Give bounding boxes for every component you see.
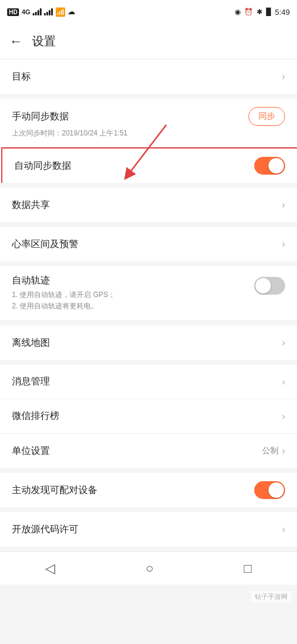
auto-sync-label: 自动同步数据 [14,160,71,172]
sync-button[interactable]: 同步 [248,107,285,126]
message-manage-label: 消息管理 [12,375,50,388]
offline-map-group: 离线地图 › [0,326,297,360]
signal-bar-4 [40,8,42,15]
auto-track-item[interactable]: 自动轨迹 1. 使用自动轨迹，请开启 GPS； 2. 使用自动轨迹将更耗电。 [0,266,297,321]
message-manage-item[interactable]: 消息管理 › [0,365,297,399]
wechat-rank-chevron-icon: › [282,411,285,422]
back-button[interactable]: ← [10,35,23,48]
heart-rate-chevron-icon: › [282,239,285,250]
status-bar: HD 4G 📶 ☁ ◉ ⏰ ✱ ▉ 5:49 [0,0,297,24]
data-sharing-group: 数据共享 › [0,188,297,222]
data-sharing-item[interactable]: 数据共享 › [0,188,297,222]
pair-device-item[interactable]: 主动发现可配对设备 [0,473,297,507]
unit-setting-right: 公制 › [262,446,285,456]
pair-device-label: 主动发现可配对设备 [12,484,97,497]
auto-track-group: 自动轨迹 1. 使用自动轨迹，请开启 GPS； 2. 使用自动轨迹将更耗电。 [0,266,297,321]
misc-group: 消息管理 › 微信排行榜 › 单位设置 公制 › [0,365,297,468]
open-source-label: 开放源代码许可 [12,523,78,536]
auto-track-label: 自动轨迹 [12,274,115,287]
unit-setting-item[interactable]: 单位设置 公制 › [0,434,297,468]
pair-device-group: 主动发现可配对设备 [0,473,297,507]
header: ← 设置 [0,24,297,59]
settings-list: 目标 › 手动同步数据 同步 上次同步时间：2019/10/24 上午1:51 … [0,59,297,547]
wifi-icon: 📶 [55,7,65,17]
signal-bar-6 [46,12,48,15]
target-group: 目标 › [0,59,297,94]
open-source-item[interactable]: 开放源代码许可 › [0,512,297,547]
open-source-group: 开放源代码许可 › [0,512,297,547]
pair-device-toggle[interactable] [254,481,285,499]
signal-4g: 4G [21,8,30,15]
nav-home-button[interactable]: ○ [134,556,165,581]
offline-map-chevron-icon: › [282,337,285,348]
signal-bar-3 [37,10,39,15]
unit-setting-chevron-icon: › [282,446,285,456]
status-bar-right: ◉ ⏰ ✱ ▉ 5:49 [235,8,290,17]
signal-bar-7 [49,10,50,15]
wechat-rank-item[interactable]: 微信排行榜 › [0,399,297,434]
unit-setting-label: 单位设置 [12,445,50,457]
time-display: 5:49 [275,8,290,17]
eye-icon: ◉ [235,8,241,16]
signal-bar-2 [35,12,37,15]
manual-sync-time: 上次同步时间：2019/10/24 上午1:51 [12,128,285,138]
heart-rate-right: › [282,239,285,250]
auto-sync-toggle-knob [268,158,284,173]
nav-recent-button[interactable]: □ [232,556,264,581]
battery-icon: ▉ [266,8,271,16]
cloud-icon: ☁ [68,8,75,16]
pair-device-toggle-knob [268,482,284,498]
nav-back-button[interactable]: ◁ [33,556,67,581]
signal-bar-5 [44,13,46,15]
signal-bar-8 [51,8,53,15]
auto-track-toggle[interactable] [254,277,285,295]
signal-bars [33,8,42,15]
wechat-rank-right: › [282,411,285,422]
watermark: 钻子手游网 [251,591,291,602]
nav-bar: ◁ ○ □ [0,551,297,585]
offline-map-label: 离线地图 [12,337,50,349]
data-sharing-chevron-icon: › [282,200,285,210]
target-label: 目标 [12,71,31,83]
heart-rate-group: 心率区间及预警 › [0,227,297,261]
heart-rate-label: 心率区间及预警 [12,238,78,251]
target-right: › [282,71,285,82]
offline-map-item[interactable]: 离线地图 › [0,326,297,360]
bluetooth-icon: ✱ [257,8,263,16]
manual-sync-top: 手动同步数据 同步 [12,107,285,126]
unit-setting-value: 公制 [262,446,279,456]
message-manage-chevron-icon: › [282,377,285,387]
manual-sync-label: 手动同步数据 [12,111,69,123]
offline-map-right: › [282,337,285,348]
open-source-chevron-icon: › [282,524,285,535]
auto-sync-item[interactable]: 自动同步数据 [1,147,297,183]
hd-badge: HD [7,8,19,16]
open-source-right: › [282,524,285,535]
data-sharing-label: 数据共享 [12,199,50,211]
message-manage-right: › [282,377,285,387]
auto-track-text: 自动轨迹 1. 使用自动轨迹，请开启 GPS； 2. 使用自动轨迹将更耗电。 [12,274,115,312]
auto-track-desc1: 1. 使用自动轨迹，请开启 GPS； [12,289,115,301]
status-bar-left: HD 4G 📶 ☁ [7,7,75,17]
auto-track-desc2: 2. 使用自动轨迹将更耗电。 [12,301,115,312]
auto-track-toggle-knob [255,278,271,293]
wechat-rank-label: 微信排行榜 [12,410,59,422]
data-sharing-right: › [282,200,285,210]
target-chevron-icon: › [282,71,285,82]
page-title: 设置 [32,33,56,49]
signal-bars-2 [44,8,53,15]
heart-rate-item[interactable]: 心率区间及预警 › [0,227,297,261]
manual-sync-group: 手动同步数据 同步 上次同步时间：2019/10/24 上午1:51 自动同步数… [0,99,297,183]
manual-sync-item: 手动同步数据 同步 上次同步时间：2019/10/24 上午1:51 [0,99,297,147]
auto-sync-toggle[interactable] [254,157,285,175]
signal-bar-1 [33,13,34,15]
alarm-icon: ⏰ [244,8,253,16]
target-item[interactable]: 目标 › [0,59,297,94]
